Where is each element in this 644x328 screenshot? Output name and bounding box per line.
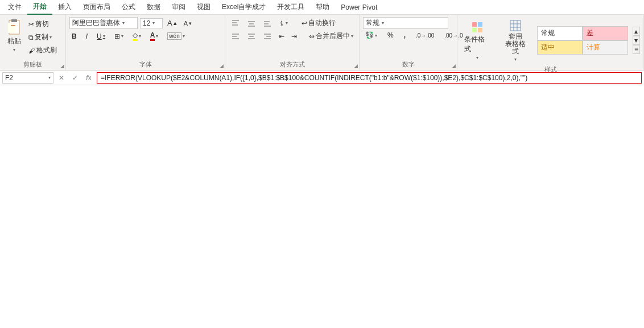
bucket-icon: ◇ — [133, 31, 138, 41]
merge-label: 合并后居中 — [316, 31, 350, 41]
gallery-down-button[interactable]: ▾ — [633, 36, 640, 45]
menu-item-4[interactable]: 公式 — [116, 0, 141, 14]
styles-group-label: 样式 — [461, 64, 640, 74]
chevron-down-icon: ▾ — [375, 33, 377, 38]
ribbon: 粘贴 ▾ ✂剪切 ⧉复制▾ 🖌格式刷 剪贴板 ◢ 阿里巴巴普惠体▾ 12▾ A▴… — [0, 15, 644, 70]
percent-button[interactable]: % — [385, 30, 396, 40]
bold-button[interactable]: B — [69, 31, 79, 41]
comma-button[interactable]: , — [402, 30, 408, 40]
chevron-down-icon: ▾ — [351, 34, 353, 39]
style-neutral[interactable]: 适中 — [537, 40, 583, 55]
gallery-up-button[interactable]: ▴ — [633, 27, 640, 36]
menu-item-9[interactable]: 开发工具 — [271, 0, 310, 14]
align-mid-icon — [247, 19, 256, 27]
number-format-value: 常规 — [366, 18, 379, 28]
gallery-more-button[interactable]: ≡ — [633, 45, 640, 54]
font-size-value: 12 — [143, 19, 150, 27]
italic-button[interactable]: I — [84, 31, 90, 41]
decrease-indent-button[interactable]: ⇤ — [276, 31, 287, 41]
align-right-button[interactable] — [261, 31, 274, 41]
paste-button[interactable]: 粘贴 ▾ — [3, 17, 25, 55]
wrap-text-button[interactable]: ↩自动换行 — [299, 17, 338, 29]
name-box[interactable]: F2▾ — [2, 72, 53, 84]
increase-decimal-button[interactable]: .0→.00 — [414, 31, 436, 40]
insert-function-button[interactable]: fx — [83, 74, 94, 82]
font-name-value: 阿里巴巴普惠体 — [72, 18, 120, 28]
dialog-launcher-icon[interactable]: ◢ — [354, 63, 358, 69]
formula-confirm-button[interactable]: ✓ — [69, 74, 81, 82]
align-top-button[interactable] — [229, 18, 242, 28]
grow-font-button[interactable]: A▴ — [165, 18, 179, 28]
cell-styles-gallery[interactable]: 常规 差 适中 计算 — [537, 26, 628, 55]
scissors-icon: ✂ — [28, 20, 34, 28]
font-group-label: 字体 — [69, 59, 221, 69]
menu-item-6[interactable]: 审阅 — [166, 0, 191, 14]
wrap-label: 自动换行 — [308, 18, 336, 28]
ribbon-group-number: 常规▾ 💱▾ % , .0→.00 .00→.0 数字 ◢ — [360, 15, 457, 70]
align-right-icon — [263, 32, 272, 40]
menu-item-2[interactable]: 插入 — [52, 0, 77, 14]
ribbon-group-styles: 条件格式 ▾ 套用 表格格式 ▾ 常规 差 适中 计算 ▴ ▾ ≡ 样式 — [457, 15, 644, 70]
chevron-down-icon: ▾ — [476, 55, 478, 60]
menu-item-1[interactable]: 开始 — [27, 0, 52, 15]
ribbon-group-clipboard: 粘贴 ▾ ✂剪切 ⧉复制▾ 🖌格式刷 剪贴板 ◢ — [0, 15, 66, 70]
menu-item-10[interactable]: 帮助 — [310, 0, 335, 14]
chevron-down-icon: ▾ — [139, 34, 141, 39]
chevron-down-icon: ▾ — [49, 35, 52, 40]
svg-rect-22 — [472, 22, 477, 27]
underline-button[interactable]: U▾ — [94, 31, 108, 41]
svg-rect-26 — [510, 20, 521, 31]
font-name-select[interactable]: 阿里巴巴普惠体▾ — [69, 17, 138, 29]
style-bad[interactable]: 差 — [583, 26, 628, 40]
ribbon-group-alignment: ⤹▾ ↩自动换行 ⇤ ⇥ ⇔合并后居中▾ 对齐方式 ◢ — [225, 15, 360, 70]
menu-item-5[interactable]: 数据 — [141, 0, 166, 14]
phonetic-button[interactable]: wén▾ — [165, 31, 187, 41]
menu-bar: 文件开始插入页面布局公式数据审阅视图Excel自学成才开发工具帮助Power P… — [0, 0, 644, 15]
orientation-button[interactable]: ⤹▾ — [276, 18, 290, 28]
alignment-group-label: 对齐方式 — [229, 59, 356, 69]
currency-icon: 💱 — [365, 31, 374, 39]
align-bot-icon — [263, 19, 272, 27]
table-format-label: 套用 表格格式 — [502, 33, 529, 56]
align-left-button[interactable] — [229, 31, 242, 41]
shrink-font-button[interactable]: A▾ — [181, 19, 194, 28]
copy-icon: ⧉ — [28, 34, 34, 41]
copy-button[interactable]: ⧉复制▾ — [26, 31, 59, 43]
increase-indent-button[interactable]: ⇥ — [289, 31, 299, 41]
menu-item-0[interactable]: 文件 — [2, 0, 27, 14]
underline-label: U — [97, 32, 102, 40]
dialog-launcher-icon[interactable]: ◢ — [452, 63, 456, 69]
style-calc[interactable]: 计算 — [583, 40, 628, 55]
chevron-down-icon: ▾ — [48, 75, 51, 80]
menu-item-11[interactable]: Power Pivot — [335, 1, 383, 14]
chevron-down-icon: ▾ — [156, 34, 158, 39]
menu-item-7[interactable]: 视图 — [191, 0, 216, 14]
svg-rect-24 — [472, 28, 477, 32]
align-bottom-button[interactable] — [261, 18, 274, 28]
merge-center-button[interactable]: ⇔合并后居中▾ — [307, 30, 356, 42]
currency-button[interactable]: 💱▾ — [363, 30, 379, 40]
format-painter-button[interactable]: 🖌格式刷 — [26, 44, 59, 56]
style-normal[interactable]: 常规 — [537, 26, 583, 40]
menu-item-8[interactable]: Excel自学成才 — [216, 0, 271, 14]
menu-item-3[interactable]: 页面布局 — [77, 0, 116, 14]
cut-button[interactable]: ✂剪切 — [26, 18, 59, 30]
chevron-down-icon: ▾ — [122, 20, 125, 26]
borders-button[interactable]: ⊞▾ — [112, 31, 126, 41]
conditional-format-button[interactable]: 条件格式 ▾ — [461, 19, 494, 63]
formula-cancel-button[interactable]: ✕ — [56, 74, 67, 82]
number-format-select[interactable]: 常规▾ — [363, 17, 448, 29]
dialog-launcher-icon[interactable]: ◢ — [220, 63, 224, 69]
format-as-table-button[interactable]: 套用 表格格式 ▾ — [499, 17, 532, 64]
svg-rect-3 — [11, 25, 15, 26]
fill-color-button[interactable]: ◇▾ — [130, 30, 143, 42]
align-middle-button[interactable] — [245, 18, 258, 28]
align-top-icon — [231, 19, 240, 27]
ribbon-group-font: 阿里巴巴普惠体▾ 12▾ A▴ A▾ B I U▾ ⊞▾ ◇▾ A▾ wén▾ … — [66, 15, 225, 70]
font-color-button[interactable]: A▾ — [148, 30, 161, 42]
font-size-select[interactable]: 12▾ — [140, 18, 163, 28]
chevron-down-icon: ▾ — [103, 34, 105, 39]
align-center-button[interactable] — [245, 31, 258, 41]
chevron-down-icon: ▾ — [382, 20, 384, 26]
dialog-launcher-icon[interactable]: ◢ — [60, 63, 64, 69]
